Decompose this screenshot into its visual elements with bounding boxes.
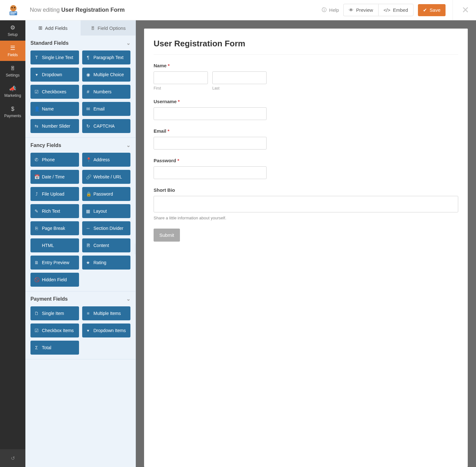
field-multiple-choice-label: Multiple Choice (94, 72, 124, 77)
embed-button[interactable]: </> Embed (378, 4, 413, 16)
tab-add-fields-label: Add Fields (45, 25, 68, 31)
help-link[interactable]: ⓘ Help (322, 7, 339, 13)
tab-field-options[interactable]: 🎚 Field Options (81, 20, 136, 36)
layout-icon: ▦ (86, 209, 90, 214)
tab-field-options-label: Field Options (98, 25, 126, 31)
field-content[interactable]: 🖹Content (82, 238, 131, 252)
svg-point-2 (14, 7, 15, 8)
undo-button[interactable]: ↺ (0, 449, 25, 467)
dropdown-icon: ▾ (34, 72, 39, 77)
group-standard-header[interactable]: Standard Fields⌄ (30, 40, 130, 46)
password-icon: 🔒 (86, 191, 90, 197)
field-number-slider[interactable]: ⇆Number Slider (30, 119, 79, 133)
save-button[interactable]: ✔ Save (418, 4, 446, 16)
group-payment-title: Payment Fields (30, 296, 68, 302)
page-break-icon: ⎘ (34, 226, 39, 231)
group-fancy-header[interactable]: Fancy Fields⌄ (30, 142, 130, 148)
field-rich-text[interactable]: ✎Rich Text (30, 204, 79, 218)
field-entry-preview[interactable]: 🗎Entry Preview (30, 256, 79, 270)
field-website-url[interactable]: 🔗Website / URL (82, 170, 131, 184)
field-layout[interactable]: ▦Layout (82, 204, 131, 218)
field-multiple-choice[interactable]: ◉Multiple Choice (82, 68, 131, 82)
group-payment-header[interactable]: Payment Fields⌄ (30, 296, 130, 302)
field-phone[interactable]: ✆Phone (30, 153, 79, 167)
field-file-upload[interactable]: ⤴File Upload (30, 187, 79, 201)
field-dropdown[interactable]: ▾Dropdown (30, 68, 79, 82)
field-checkbox-items[interactable]: ☑Checkbox Items (30, 324, 79, 337)
field-dropdown-items[interactable]: ▾Dropdown Items (82, 324, 131, 337)
email-icon: ✉ (86, 106, 90, 111)
close-button[interactable]: ✕ (453, 0, 470, 20)
field-paragraph-text[interactable]: ¶Paragraph Text (82, 50, 131, 64)
bio-textarea[interactable] (154, 196, 458, 212)
field-multiple-items-label: Multiple Items (94, 311, 121, 316)
field-html-label: HTML (42, 243, 54, 248)
field-single-line-text-label: Single Line Text (42, 55, 73, 60)
editing-title: Now editing User Registration Form (30, 7, 125, 13)
nav-marketing-label: Marketing (4, 93, 21, 98)
last-sublabel: Last (212, 86, 267, 90)
address-icon: 📍 (86, 157, 90, 162)
fields-sidebar: ⊞ Add Fields 🎚 Field Options Standard Fi… (25, 20, 136, 467)
password-label: Password* (154, 158, 267, 163)
single-line-text-icon: T (34, 55, 39, 60)
field-date-time[interactable]: 📅Date / Time (30, 170, 79, 184)
password-input[interactable] (154, 166, 267, 179)
add-fields-icon: ⊞ (38, 25, 43, 31)
nav-payments-label: Payments (4, 114, 21, 118)
field-checkbox-items-label: Checkbox Items (42, 328, 74, 333)
field-captcha[interactable]: ↻CAPTCHA (82, 119, 131, 133)
submit-button[interactable]: Submit (154, 229, 180, 242)
field-single-line-text[interactable]: TSingle Line Text (30, 50, 79, 64)
field-rating-label: Rating (94, 260, 106, 265)
nav-settings[interactable]: 🎚Settings (0, 61, 25, 81)
email-label: Email* (154, 128, 267, 134)
field-name[interactable]: 👤Name (30, 102, 79, 116)
multiple-items-icon: ≡ (86, 311, 90, 316)
save-label: Save (430, 7, 440, 13)
tab-add-fields[interactable]: ⊞ Add Fields (25, 20, 81, 36)
numbers-icon: # (86, 89, 90, 94)
field-single-item[interactable]: 🗋Single Item (30, 306, 79, 320)
captcha-icon: ↻ (86, 123, 90, 129)
field-captcha-label: CAPTCHA (94, 123, 115, 129)
first-name-input[interactable] (154, 71, 208, 84)
preview-button[interactable]: 👁 Preview (343, 4, 378, 16)
nav-fields[interactable]: ☰Fields (0, 41, 25, 61)
field-address[interactable]: 📍Address (82, 153, 131, 167)
app-logo (6, 3, 21, 18)
field-section-divider[interactable]: ↔Section Divider (82, 221, 131, 235)
field-entry-preview-label: Entry Preview (42, 260, 69, 265)
form-heading: User Registration Form (154, 39, 458, 49)
email-input[interactable] (154, 137, 267, 150)
field-numbers[interactable]: #Numbers (82, 85, 131, 99)
content-icon: 🖹 (86, 243, 90, 248)
field-email[interactable]: ✉Email (82, 102, 131, 116)
field-rating[interactable]: ★Rating (82, 256, 131, 270)
field-html[interactable]: HTML (30, 238, 79, 252)
field-website-url-label: Website / URL (94, 174, 122, 179)
nav-fields-label: Fields (8, 53, 18, 57)
nav-setup[interactable]: ⚙Setup (0, 20, 25, 41)
username-input[interactable] (154, 107, 267, 120)
website-url-icon: 🔗 (86, 174, 90, 179)
total-icon: Σ (34, 345, 39, 350)
nav-payments[interactable]: $Payments (0, 102, 25, 122)
field-hidden-field[interactable]: 🚫Hidden Field (30, 273, 79, 287)
sidebar-collapse-handle[interactable]: ◂ (135, 244, 136, 254)
field-page-break[interactable]: ⎘Page Break (30, 221, 79, 235)
checkboxes-icon: ☑ (34, 89, 39, 94)
field-multiple-items[interactable]: ≡Multiple Items (82, 306, 131, 320)
field-total[interactable]: ΣTotal (30, 341, 79, 355)
field-password[interactable]: 🔒Password (82, 187, 131, 201)
rich-text-icon: ✎ (34, 209, 39, 214)
field-checkboxes[interactable]: ☑Checkboxes (30, 85, 79, 99)
field-hidden-field-label: Hidden Field (42, 277, 67, 282)
last-name-input[interactable] (212, 71, 267, 84)
form-canvas[interactable]: User Registration Form Name* First Last (144, 29, 468, 467)
field-numbers-label: Numbers (94, 89, 112, 94)
field-layout-label: Layout (94, 209, 107, 214)
field-options-icon: 🎚 (90, 25, 95, 31)
nav-marketing[interactable]: 📣Marketing (0, 81, 25, 102)
section-divider-icon: ↔ (86, 226, 90, 231)
